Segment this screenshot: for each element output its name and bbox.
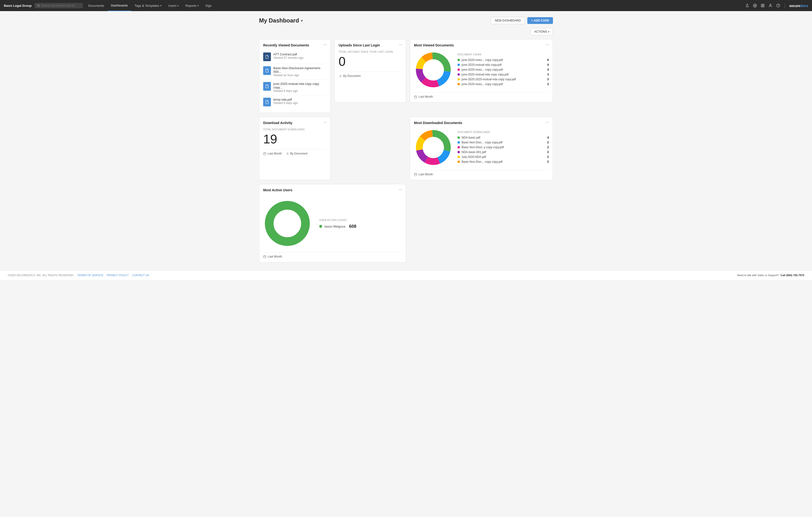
calendar-icon-viewed [414, 95, 417, 99]
user-count-1: 608 [349, 224, 356, 229]
svg-point-7 [770, 4, 771, 5]
dashboard-grid-row3: Most Active Users ··· USER ACTION COUNT … [259, 184, 553, 262]
active-users-title: Most Active Users [263, 188, 402, 192]
nav-links: Documents Dashboards Tags & Templates ▾ … [85, 0, 215, 11]
most-viewed-content: DOCUMENT VIEWS june-2020-mutu... copy co… [414, 51, 549, 90]
doc-icon-3 [263, 82, 271, 91]
calendar-icon-users [263, 255, 266, 258]
dl-legend-item-3: Basic-Non-Discl..y copy copy.pdf 2 [458, 145, 549, 149]
active-users-legend: USER ACTION COUNT Jason Melgoza 608 [319, 219, 356, 229]
svg-point-22 [424, 60, 443, 80]
svg-rect-50 [264, 255, 266, 258]
most-viewed-menu[interactable]: ··· [546, 43, 549, 47]
uploads-stat-label: TOTAL UPLOADS SINCE YOUR LAST LOGIN [339, 51, 402, 53]
nav-link-sign[interactable]: Sign [202, 0, 215, 11]
most-downloaded-footer-text: Last Month [418, 173, 433, 176]
most-downloaded-menu[interactable]: ··· [546, 120, 549, 124]
recent-menu[interactable]: ··· [323, 43, 327, 47]
active-users-content: USER ACTION COUNT Jason Melgoza 608 [263, 195, 402, 252]
doc-icon-4 [263, 98, 271, 106]
dl-legend-item-5: July-2020-NDA.pdf 2 [458, 155, 549, 159]
most-downloaded-legend: DOCUMENT DOWNLOADS NDA-basic.pdf 4 Basic… [458, 131, 549, 165]
active-users-menu[interactable]: ··· [399, 188, 402, 192]
help-icon[interactable] [776, 4, 780, 7]
uploads-footer-link[interactable]: By Document [343, 74, 360, 78]
recent-card: Recently Viewed Documents ··· ATT Contra… [259, 39, 330, 113]
logo-text: securedocs [789, 4, 808, 8]
calendar-icon-downloads [263, 152, 266, 155]
downloads-footer-doc[interactable]: By Document [290, 152, 308, 155]
svg-point-2 [754, 5, 755, 6]
actions-button[interactable]: ACTIONS ▾ [531, 28, 553, 35]
calendar-icon-downloaded [414, 173, 417, 176]
svg-rect-4 [763, 4, 764, 5]
svg-rect-5 [761, 6, 762, 7]
legend-item-6: june-2020-mutu... copy copy.pdf 3 [458, 82, 549, 86]
nav-link-documents[interactable]: Documents [85, 0, 108, 11]
footer-phone: Call (866) 700-7975 [781, 274, 804, 277]
most-viewed-card: Most Viewed Documents ··· [410, 39, 553, 103]
flask-icon[interactable] [745, 4, 749, 7]
active-users-donut [263, 199, 312, 248]
svg-rect-23 [414, 96, 417, 98]
footer-terms-link[interactable]: TERMS OF SERVICE [77, 274, 104, 277]
nav-link-dashboards[interactable]: Dashboards [108, 0, 131, 11]
doc-item-3[interactable]: june-2020-mutual-nda copy copy copy... V… [263, 80, 326, 95]
doc-icon-2 [263, 66, 271, 75]
downloads-stat-value: 19 [263, 133, 326, 145]
most-viewed-legend: DOCUMENT VIEWS june-2020-mutu... copy co… [458, 53, 549, 87]
dashboard-top-actions: NEW DASHBOARD + ADD CARD [491, 17, 553, 24]
most-downloaded-legend-title: DOCUMENT DOWNLOADS [458, 131, 549, 134]
doc-item-2[interactable]: Basic-Non-Disclosure-Agreement-000... Vi… [263, 64, 326, 80]
doc-name-4: temp-nda.pdf [273, 98, 298, 101]
doc-item-1[interactable]: ATT Contract.pdf Viewed 37 minutes ago [263, 50, 326, 64]
downloads-stat-label: TOTAL DOCUMENT DOWNLOADS [263, 128, 326, 131]
doc-time-1: Viewed 37 minutes ago [273, 56, 303, 59]
nav-link-tags[interactable]: Tags & Templates ▾ [131, 0, 165, 11]
active-users-footer: Last Month [263, 252, 402, 258]
search-input[interactable] [41, 4, 75, 7]
downloads-card: Download Activity ··· TOTAL DOCUMENT DOW… [259, 117, 330, 180]
grid-icon[interactable] [761, 4, 765, 7]
active-users-card: Most Active Users ··· USER ACTION COUNT … [259, 184, 406, 262]
uploads-menu[interactable]: ··· [399, 43, 402, 47]
svg-rect-3 [761, 4, 762, 5]
svg-rect-27 [264, 153, 266, 155]
nav-link-reports[interactable]: Reports ▾ [182, 0, 202, 11]
footer-contact-link[interactable]: CONTACT US [132, 274, 149, 277]
footer-privacy-link[interactable]: PRIVACY POLICY [107, 274, 129, 277]
legend-item-5: june-2020-2020-mutual-nda copy copy.pdf … [458, 78, 549, 81]
nav-link-users[interactable]: Users ▾ [165, 0, 182, 11]
footer-left: ©2020 SECUREDOCS, INC. ALL RIGHTS RESERV… [8, 274, 149, 277]
user-legend-item-1: Jason Melgoza 608 [319, 224, 356, 229]
dashboard-title-area: My Dashboard ▾ [259, 17, 303, 24]
user-icon[interactable] [768, 4, 772, 7]
most-viewed-footer-text: Last Month [418, 95, 433, 99]
dl-legend-item-2: Basic-Non-Disc... copy copy.pdf 2 [458, 141, 549, 144]
uploads-footer: By Document [339, 72, 402, 78]
uploads-card-title: Uploads Since Last Login [339, 43, 402, 47]
svg-point-0 [37, 5, 39, 6]
doc-time-2: Viewed an hour ago [273, 74, 326, 77]
dashboard-grid-row1: Uploads Since Last Login ··· TOTAL UPLOA… [259, 39, 553, 113]
dashboard-chevron-icon[interactable]: ▾ [301, 18, 303, 23]
settings-icon[interactable] [753, 4, 757, 7]
downloads-footer-month[interactable]: Last Month [267, 152, 282, 155]
doc-item-4[interactable]: temp-nda.pdf Viewed 8 days ago [263, 95, 326, 109]
svg-rect-6 [763, 6, 764, 7]
brand-name: Basis Legal Group [4, 4, 32, 7]
downloads-menu[interactable]: ··· [323, 120, 327, 124]
add-card-button[interactable]: + ADD CARD [527, 17, 553, 24]
legend-item-4: june-2020-mutual-nda copy copy.pdf 3 [458, 73, 549, 76]
most-downloaded-donut [414, 128, 453, 168]
search-icon [37, 4, 40, 7]
new-dashboard-button[interactable]: NEW DASHBOARD [491, 17, 525, 24]
most-downloaded-footer: Last Month [414, 170, 549, 176]
recent-card-title: Recently Viewed Documents [263, 43, 326, 47]
most-viewed-donut [414, 51, 453, 90]
doc-time-4: Viewed 8 days ago [273, 101, 298, 105]
footer-right: Need to talk with Sales or Support? Call… [737, 274, 804, 277]
doc-name-1: ATT Contract.pdf [273, 52, 303, 56]
actions-row: ACTIONS ▾ [259, 28, 553, 35]
doc-name-3: june-2020-mutual-nda copy copy copy... [273, 82, 326, 89]
